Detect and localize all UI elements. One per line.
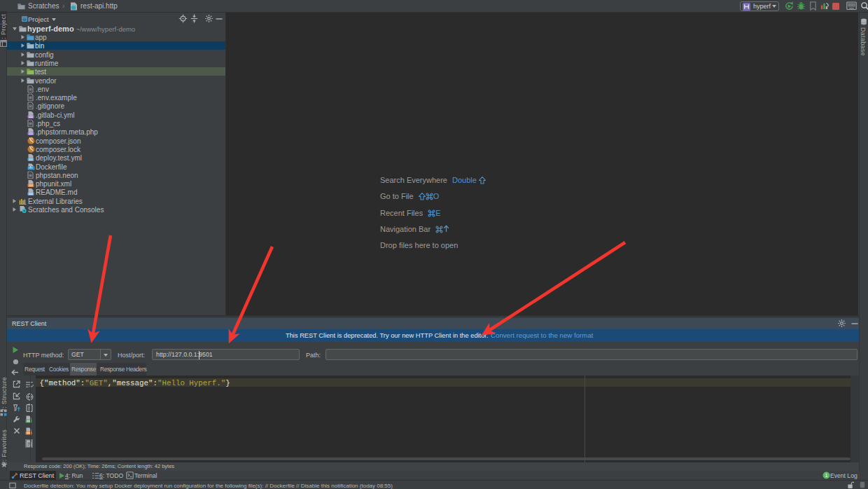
svg-text:1: 1 [825, 472, 827, 478]
